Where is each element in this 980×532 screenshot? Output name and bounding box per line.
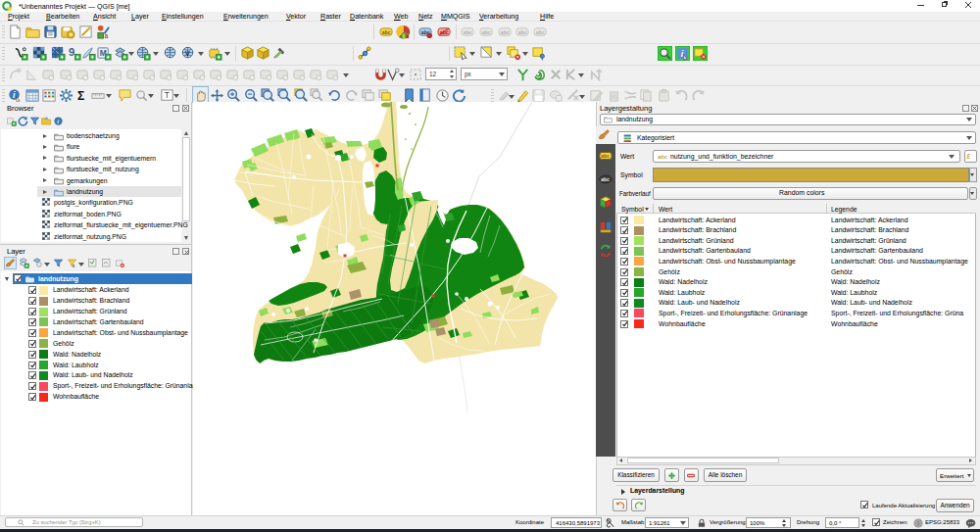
svg-text:abc: abc bbox=[518, 29, 527, 35]
svg-text:V: V bbox=[185, 49, 190, 58]
svg-text:T: T bbox=[165, 90, 170, 100]
svg-text:abc: abc bbox=[382, 29, 391, 35]
svg-text:abc: abc bbox=[601, 177, 610, 182]
svg-text:Σ: Σ bbox=[77, 89, 84, 103]
svg-text:i: i bbox=[57, 118, 59, 124]
svg-text:abc: abc bbox=[482, 29, 491, 35]
svg-text:abc: abc bbox=[501, 29, 510, 35]
svg-text:ε: ε bbox=[73, 264, 75, 268]
svg-text:abc: abc bbox=[464, 29, 472, 35]
svg-text:abc: abc bbox=[601, 154, 610, 159]
svg-text:a: a bbox=[104, 32, 108, 39]
svg-text:abc: abc bbox=[536, 29, 545, 35]
